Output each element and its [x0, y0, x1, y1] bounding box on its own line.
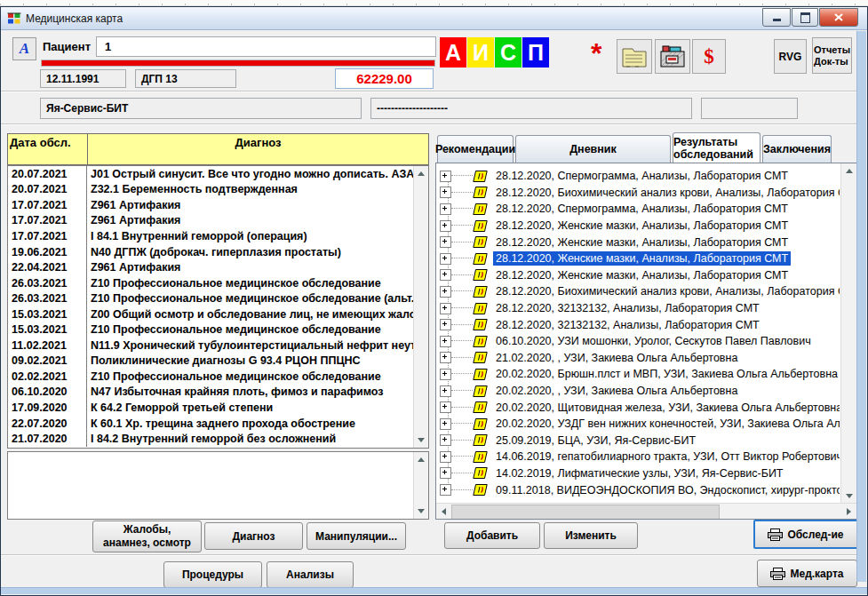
tab[interactable]: Рекомендации — [437, 135, 514, 163]
scroll-up-icon[interactable] — [842, 164, 856, 178]
diagnosis-row[interactable]: 17.07.2021 Z961 Артифакия — [8, 197, 428, 213]
diagnosis-row[interactable]: 15.03.2021 Z10 Профессиональное медицинс… — [8, 322, 428, 338]
scrollbar-thumb[interactable] — [451, 505, 720, 520]
status-letter[interactable]: И — [467, 37, 494, 68]
tab[interactable]: Дневник — [515, 135, 671, 163]
exam-print-button[interactable]: Обслед-ие — [753, 520, 858, 549]
result-item[interactable]: 28.12.2020, Женские мазки, Анализы, Лабо… — [440, 250, 840, 267]
expand-icon[interactable] — [440, 418, 451, 430]
result-item[interactable]: 14.02.2019, Лифматические узлы, УЗИ, Яя-… — [440, 465, 840, 482]
expand-icon[interactable] — [440, 401, 451, 413]
diagnosis-row[interactable]: 17.09.2020 К 64.2 Геморрой третьей степе… — [8, 400, 428, 416]
diagnosis-row[interactable]: 09.02.2021 Поликлинические диагнозы G 93… — [8, 354, 428, 370]
status-letter[interactable]: С — [495, 37, 522, 68]
dashes-field[interactable]: -------------------- — [370, 98, 692, 119]
close-button[interactable] — [819, 8, 858, 27]
result-item[interactable]: 20.02.2020, Щитовидная железа, УЗИ, Заки… — [440, 399, 840, 416]
notes-scrollbar[interactable] — [413, 452, 428, 519]
expand-icon[interactable] — [440, 236, 451, 248]
expand-icon[interactable] — [440, 319, 451, 330]
birth-date-field[interactable]: 12.11.1991 — [40, 69, 126, 88]
expand-icon[interactable] — [440, 269, 451, 281]
procedures-button[interactable]: Процедуры — [163, 561, 262, 588]
result-item[interactable]: 06.10.2020, УЗИ мошонки, Уролог, Сескуто… — [440, 333, 840, 350]
titlebar[interactable]: Медицинская карта — [1, 7, 867, 30]
result-item[interactable]: 21.02.2020, , УЗИ, Закиева Ольга Альберт… — [440, 350, 840, 367]
card-folder-button[interactable] — [617, 39, 652, 74]
diagnosis-row[interactable]: 20.07.2021 Z32.1 Беременность подтвержде… — [8, 182, 428, 198]
result-item[interactable]: 28.12.2020, Биохимический анализ крови, … — [440, 283, 840, 300]
result-item[interactable]: 20.02.2020, Брюшн.плст и МВП, УЗИ, Закие… — [440, 366, 840, 383]
amount-field[interactable]: 62229.00 — [335, 68, 434, 89]
a-button[interactable]: A — [12, 37, 36, 60]
status-letter[interactable]: П — [522, 37, 549, 68]
result-item[interactable]: 14.06.2019, гепатобилиарного тракта, УЗИ… — [440, 449, 840, 465]
expand-icon[interactable] — [440, 352, 451, 363]
tab[interactable]: Заключения — [762, 135, 832, 163]
scroll-right-icon[interactable] — [842, 505, 856, 518]
diagnosis-row[interactable]: 17.07.2021 Z961 Артифакия — [8, 213, 428, 229]
result-item[interactable]: 28.12.2020, Женские мазки, Анализы, Лабо… — [440, 218, 840, 234]
result-item[interactable]: 28.12.2020, Женские мазки, Анализы, Лабо… — [440, 267, 840, 284]
expand-icon[interactable] — [440, 467, 451, 479]
expand-icon[interactable] — [440, 286, 451, 298]
result-item[interactable]: 20.02.2020, , УЗИ, Закиева Ольга Альберт… — [440, 383, 840, 400]
expand-icon[interactable] — [440, 171, 451, 182]
complaints-button[interactable]: Жалобы, анамнез, осмотр — [92, 521, 202, 552]
expand-icon[interactable] — [440, 336, 451, 347]
result-item[interactable]: 28.12.2020, Биохимический анализ крови, … — [440, 185, 840, 202]
expand-icon[interactable] — [440, 369, 451, 380]
diagnosis-row[interactable]: 22.07.2020 К 60.1 Хр. трещина заднего пр… — [8, 416, 428, 432]
diagnosis-row[interactable]: 06.10.2020 N47 Избыточная крайняя плоть,… — [8, 385, 428, 401]
expand-icon[interactable] — [440, 434, 451, 446]
notes-box[interactable] — [7, 451, 429, 520]
empty-field[interactable] — [701, 98, 798, 119]
result-item[interactable]: 28.12.2020, Женские мазки, Анализы, Лабо… — [440, 234, 840, 250]
maximize-button[interactable] — [792, 8, 818, 27]
result-item[interactable]: 28.12.2020, 32132132, Анализы, Лаборатор… — [440, 316, 840, 333]
diagnosis-row[interactable]: 20.07.2021 J01 Острый синусит. Все что у… — [8, 166, 428, 182]
medcard-print-button[interactable]: Мед.карта — [757, 560, 857, 587]
diagnosis-row[interactable]: 19.06.2021 N40 ДГПЖ (доброкач. гиперплаз… — [8, 244, 428, 260]
expand-icon[interactable] — [440, 187, 451, 198]
organization-field[interactable]: Яя-Сервис-БИТ — [40, 98, 362, 119]
diagnosis-row[interactable]: 26.03.2021 Z10 Профессиональное медицинс… — [8, 290, 428, 306]
expand-icon[interactable] — [440, 203, 451, 215]
expand-icon[interactable] — [440, 385, 451, 397]
result-item[interactable]: 09.11.2018, ВИДЕОЭНДОСКОПИЯ ВО, Эндоскоп… — [440, 481, 840, 498]
scroll-up-icon[interactable] — [414, 453, 427, 466]
result-item[interactable]: 25.09.2019, БЦА, УЗИ, Яя-Сервис-БИТ — [440, 433, 840, 449]
results-horizontal-scrollbar[interactable] — [436, 503, 856, 519]
status-letter[interactable]: А — [440, 37, 466, 68]
result-item[interactable]: 28.12.2020, Спермограмма, Анализы, Лабор… — [440, 201, 840, 218]
expand-icon[interactable] — [440, 220, 451, 232]
results-vertical-scrollbar[interactable] — [840, 163, 856, 504]
diagnosis-row[interactable]: 02.02.2021 Z10 Профессиональное медицинс… — [8, 369, 428, 385]
reports-docs-button[interactable]: Отчеты Док-ты — [812, 37, 852, 74]
tab[interactable]: Результаты обследований — [673, 132, 760, 163]
scroll-down-icon[interactable] — [414, 433, 427, 447]
expand-icon[interactable] — [440, 451, 451, 463]
scroll-left-icon[interactable] — [437, 505, 450, 518]
patient-input[interactable]: 1 — [96, 36, 436, 57]
expand-icon[interactable] — [440, 253, 451, 265]
card-file-button[interactable] — [655, 39, 690, 74]
result-item[interactable]: 28.12.2020, 32132132, Анализы, Лаборатор… — [440, 300, 840, 317]
diagnosis-row[interactable]: 15.03.2021 Z00 Общий осмотр и обследован… — [8, 306, 428, 322]
edit-button[interactable]: Изменить — [544, 522, 638, 549]
diagnosis-row[interactable]: 22.04.2021 Z961 Артифакия — [8, 259, 428, 275]
minimize-button[interactable] — [762, 8, 791, 27]
expand-icon[interactable] — [440, 484, 451, 496]
scroll-down-icon[interactable] — [414, 505, 427, 518]
clinic-field[interactable]: ДГП 13 — [135, 69, 236, 88]
diagnosis-row[interactable]: 21.07.2020 I 84.2 Внутренний геморрой бе… — [8, 431, 428, 447]
diagnosis-button[interactable]: Диагноз — [204, 522, 303, 550]
result-item[interactable]: 20.02.2020, УЗДГ вен нижних конечностей,… — [440, 416, 840, 433]
analyses-button[interactable]: Анализы — [267, 561, 354, 588]
scroll-up-icon[interactable] — [414, 167, 427, 180]
diagnosis-scrollbar[interactable] — [413, 166, 428, 448]
expand-icon[interactable] — [440, 303, 451, 314]
payments-button[interactable]: $ — [692, 39, 726, 74]
diagnosis-row[interactable]: 26.03.2021 Z10 Профессиональное медицинс… — [8, 275, 428, 291]
manipulations-button[interactable]: Манипуляции... — [307, 522, 406, 550]
